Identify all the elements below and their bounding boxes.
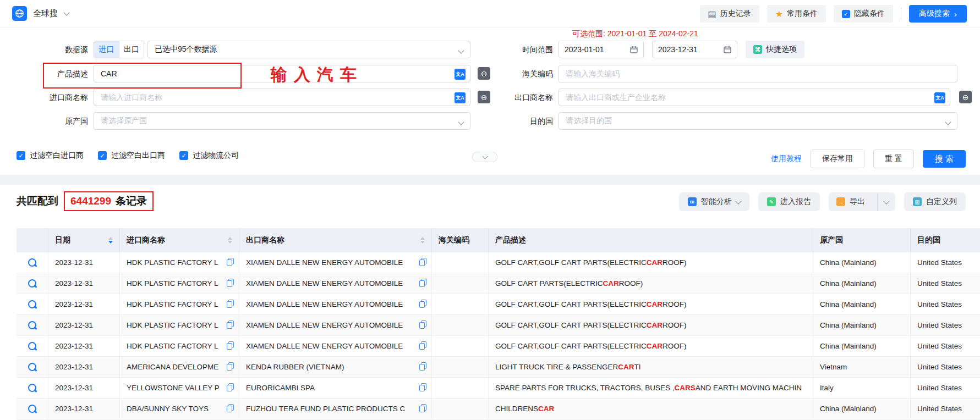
- table-row[interactable]: 2023-12-31HDK PLASTIC FACTORY LXIAMEN DA…: [17, 273, 980, 294]
- table-header-row: 日期进口商名称出口商名称海关编码产品描述原产国目的国: [17, 228, 980, 252]
- cell-row-detail[interactable]: [17, 273, 48, 294]
- copy-icon[interactable]: [420, 301, 425, 307]
- collapse-form-button[interactable]: [472, 152, 497, 162]
- copy-icon[interactable]: [420, 406, 425, 412]
- save-conditions-button[interactable]: 保存常用: [811, 150, 864, 168]
- cell-dest-country: United States: [911, 315, 980, 335]
- header-cell-1[interactable]: 进口商名称: [120, 228, 239, 252]
- cell-row-detail[interactable]: [17, 252, 48, 273]
- copy-icon[interactable]: [227, 280, 232, 286]
- row-search-icon[interactable]: [28, 279, 36, 288]
- cell-importer: HDK PLASTIC FACTORY L: [120, 315, 239, 335]
- cell-row-detail[interactable]: [17, 294, 48, 314]
- customize-columns-button[interactable]: ▥ 自定义列: [904, 192, 966, 211]
- export-button[interactable]: → 导出: [829, 192, 873, 211]
- row-search-icon[interactable]: [28, 342, 36, 350]
- hs-code-input[interactable]: [559, 69, 957, 78]
- keyword-highlight: CARS: [675, 384, 696, 392]
- copy-icon[interactable]: [420, 280, 425, 286]
- cell-row-detail[interactable]: [17, 315, 48, 335]
- cell-exporter: EURORICAMBI SPA: [239, 378, 432, 398]
- exclude-filter-icon[interactable]: ⊖: [959, 91, 972, 103]
- copy-icon[interactable]: [227, 259, 232, 266]
- enter-report-button[interactable]: ✎ 进入报告: [758, 192, 820, 211]
- checkbox-checked-icon[interactable]: ✓: [179, 151, 188, 160]
- table-row[interactable]: 2023-12-31YELLOWSTONE VALLEY PEURORICAMB…: [17, 378, 980, 399]
- cell-row-detail[interactable]: [17, 399, 48, 419]
- filter-checkbox-2[interactable]: ✓过滤物流公司: [179, 151, 239, 161]
- table-row[interactable]: 2023-12-31HDK PLASTIC FACTORY LXIAMEN DA…: [17, 336, 980, 357]
- exporter-input[interactable]: [559, 93, 950, 102]
- origin-select[interactable]: 请选择原产国: [94, 112, 470, 130]
- table-row[interactable]: 2023-12-31HDK PLASTIC FACTORY LXIAMEN DA…: [17, 315, 980, 336]
- cell-row-detail[interactable]: [17, 357, 48, 377]
- export-dropdown-button[interactable]: [877, 192, 895, 211]
- date-start-value: 2023-01-01: [565, 45, 604, 54]
- header-cell-2[interactable]: 出口商名称: [239, 228, 432, 252]
- reset-button[interactable]: 重 置: [873, 150, 914, 168]
- row-search-icon[interactable]: [28, 300, 36, 308]
- copy-icon[interactable]: [227, 364, 232, 370]
- exporter-name: XIAMEN DALLE NEW ENERGY AUTOMOBILE: [246, 321, 403, 329]
- row-search-icon[interactable]: [28, 384, 36, 392]
- row-search-icon[interactable]: [28, 405, 36, 413]
- sort-carets-icon[interactable]: [420, 237, 425, 244]
- copy-icon[interactable]: [227, 406, 232, 412]
- table-row[interactable]: 2023-12-31HDK PLASTIC FACTORY LXIAMEN DA…: [17, 252, 980, 273]
- translate-icon[interactable]: 文A: [455, 92, 466, 103]
- copy-icon[interactable]: [420, 322, 425, 328]
- copy-icon[interactable]: [420, 385, 425, 391]
- cell-row-detail[interactable]: [17, 378, 48, 398]
- data-source-select[interactable]: 已选中95个数据源: [147, 41, 470, 58]
- row-search-icon[interactable]: [28, 363, 36, 371]
- copy-icon[interactable]: [227, 322, 232, 328]
- columns-icon: ▥: [913, 197, 922, 206]
- row-search-icon[interactable]: [28, 258, 36, 267]
- copy-icon[interactable]: [420, 343, 425, 349]
- date-end-input[interactable]: 2023-12-31: [652, 41, 737, 58]
- dest-select[interactable]: 请选择目的国: [559, 112, 957, 130]
- smart-analyze-button[interactable]: BI 智能分析: [679, 192, 749, 211]
- sort-carets-icon[interactable]: [108, 237, 113, 244]
- header-cell-6: 目的国: [911, 228, 980, 252]
- cell-hs-code: [432, 336, 489, 356]
- chevron-down-icon: [883, 198, 889, 204]
- exporter-name: FUZHOU TERA FUND PLASTIC PRODUCTS C: [246, 405, 405, 413]
- count-number: 6441299: [70, 195, 111, 207]
- translate-icon[interactable]: 文A: [455, 69, 466, 80]
- copy-icon[interactable]: [420, 364, 425, 370]
- copy-icon[interactable]: [227, 343, 232, 349]
- table-row[interactable]: 2023-12-31HDK PLASTIC FACTORY LXIAMEN DA…: [17, 294, 980, 315]
- copy-icon[interactable]: [420, 259, 425, 266]
- importer-input[interactable]: [94, 93, 470, 102]
- import-toggle[interactable]: 进口: [94, 41, 119, 58]
- filter-checkbox-1[interactable]: ✓过滤空白出口商: [98, 151, 165, 161]
- cell-row-detail[interactable]: [17, 336, 48, 356]
- advanced-search-button[interactable]: 高级搜索 ›: [909, 5, 967, 23]
- tutorial-link[interactable]: 使用教程: [771, 154, 802, 164]
- sort-carets-icon[interactable]: [228, 237, 232, 244]
- table-row[interactable]: 2023-12-31DBA/SUNNY SKY TOYSFUZHOU TERA …: [17, 399, 980, 419]
- topbar-divider: [901, 7, 901, 20]
- row-search-icon[interactable]: [28, 321, 36, 329]
- quick-options-button[interactable]: ⌘ 快捷选项: [746, 41, 804, 58]
- search-button[interactable]: 搜 索: [923, 150, 966, 168]
- favorite-conditions-button[interactable]: ★ 常用条件: [767, 5, 826, 23]
- checkbox-checked-icon[interactable]: ✓: [98, 151, 107, 160]
- exporter-name: KENDA RUBBER (VIETNAM): [246, 363, 344, 371]
- annotation-text: 输入汽车: [271, 64, 363, 86]
- cell-dest-country: United States: [911, 252, 980, 273]
- export-toggle[interactable]: 出口: [119, 41, 144, 58]
- app-chevron-down-icon[interactable]: [63, 9, 69, 15]
- hide-conditions-button[interactable]: ↙ 隐藏条件: [834, 5, 893, 23]
- header-cell-0[interactable]: 日期: [48, 228, 120, 252]
- checkbox-checked-icon[interactable]: ✓: [17, 151, 25, 160]
- translate-icon[interactable]: 文A: [934, 92, 945, 103]
- filter-checkbox-0[interactable]: ✓过滤空白进口商: [17, 151, 84, 161]
- copy-icon[interactable]: [227, 301, 232, 307]
- date-start-input[interactable]: 2023-01-01: [559, 41, 644, 58]
- cell-description: GOLF CART,GOLF CART PARTS(ELECTRIC CAR R…: [489, 336, 813, 356]
- table-row[interactable]: 2023-12-31AMERICANA DEVELOPMEKENDA RUBBE…: [17, 357, 980, 378]
- history-button[interactable]: ▤ 历史记录: [700, 5, 759, 23]
- copy-icon[interactable]: [227, 385, 232, 391]
